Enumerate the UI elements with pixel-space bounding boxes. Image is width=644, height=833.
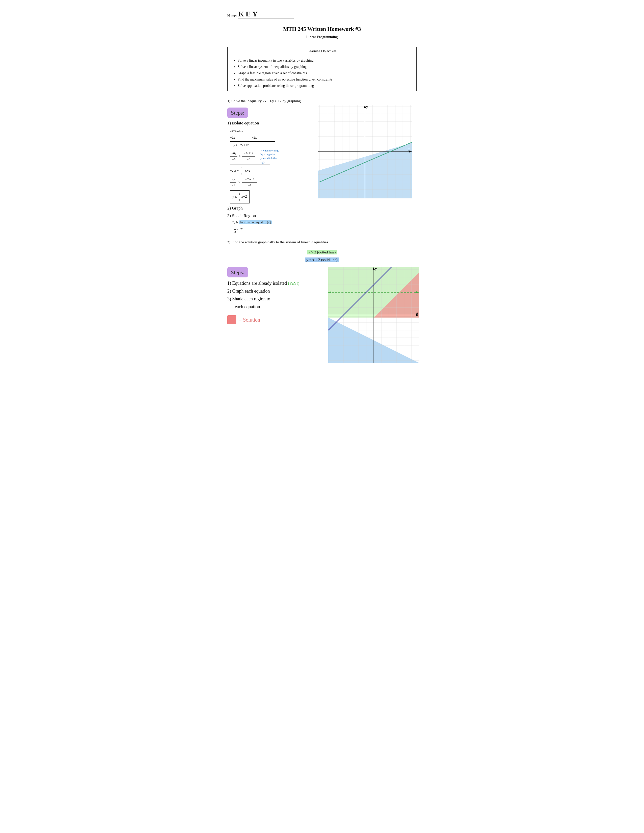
math-work: 2x−6y≥12 −2x −2x −6y ≥ −2x+12 −6y −6 ≥ −… xyxy=(230,128,313,203)
shade-note: "y is less than or equal to (≤) 13 x−2" xyxy=(232,220,313,234)
objective-5: Solve application problems using linear … xyxy=(238,82,411,89)
step1-label: 1) isolate equation xyxy=(227,120,313,127)
step2-label: 2) Graph xyxy=(227,205,313,212)
graph2: y x xyxy=(328,267,419,365)
objective-4: Find the maximum value of an objective f… xyxy=(238,76,411,82)
boxed-result: y ≤ 13 x−2 xyxy=(230,190,250,203)
svg-text:x: x xyxy=(408,148,410,151)
objectives-header: Learning Objectives xyxy=(227,47,417,55)
objective-3: Graph a feasible region given a set of c… xyxy=(238,70,411,76)
page-number: 1 xyxy=(227,372,417,378)
steps-badge-2: Steps: xyxy=(227,267,248,277)
steps-badge-1: Steps: xyxy=(227,108,248,118)
svg-marker-29 xyxy=(364,105,366,108)
objectives-box: Learning Objectives Solve a linear inequ… xyxy=(227,47,417,92)
p2-step3: 3) Shade each region to xyxy=(227,296,323,302)
graph1: y x xyxy=(318,105,417,234)
svg-text:y: y xyxy=(366,105,368,109)
solution-label: = Solution xyxy=(239,316,260,323)
objective-1: Solve a linear inequality in two variabl… xyxy=(238,57,411,64)
name-label: Name: xyxy=(227,13,237,18)
solution-square xyxy=(227,315,237,324)
objective-2: Solve a linear system of inequalities by… xyxy=(238,64,411,70)
problem1-question: 1) Solve the inequality 2x − 6y ≥ 12 by … xyxy=(227,98,417,104)
equation2: y ≤ x + 2 (solid line) xyxy=(305,257,339,262)
problem1-num: 1) xyxy=(227,99,230,103)
p2-step3b: each equation xyxy=(235,304,323,310)
p2-step1: 1) Equations are already isolated (YaY!) xyxy=(227,280,323,287)
objectives-list: Solve a linear inequality in two variabl… xyxy=(227,55,417,91)
problem2-text: Find the solution graphically to the sys… xyxy=(231,240,329,244)
problem1-text: Solve the inequality 2x − 6y ≥ 12 by gra… xyxy=(231,99,301,103)
equation1: y > 3 (dotted line) xyxy=(307,250,337,254)
page-title: MTH 245 Written Homework #3 xyxy=(227,25,417,33)
problem2-num: 2) xyxy=(227,240,230,244)
p2-step2: 2) Graph each equation xyxy=(227,288,323,294)
problem2-question: 2) Find the solution graphically to the … xyxy=(227,239,417,245)
svg-text:x: x xyxy=(416,311,418,315)
name-value: KEY xyxy=(238,10,259,18)
svg-text:y: y xyxy=(375,267,377,271)
step3-label: 3) Shade Region xyxy=(227,212,313,219)
page-subtitle: Linear Programming xyxy=(227,34,417,40)
